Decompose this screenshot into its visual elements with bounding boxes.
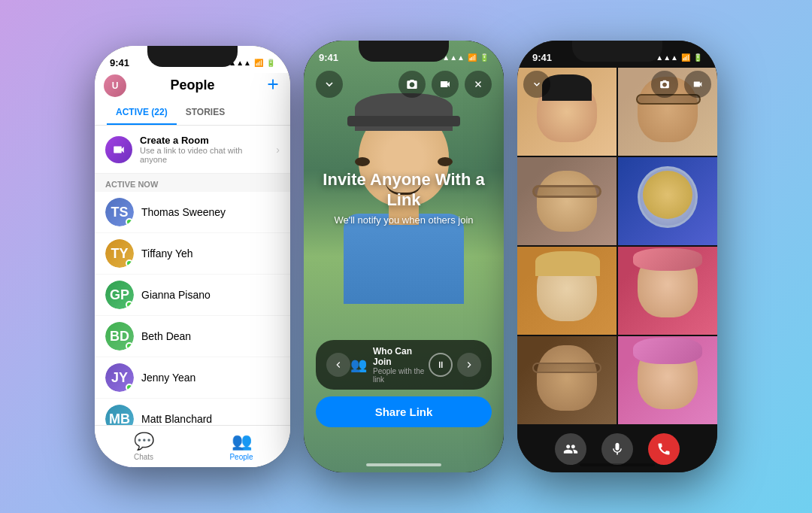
participants-button[interactable]: [555, 433, 586, 465]
video-cell-3: [517, 157, 617, 245]
home-indicator-3: [580, 463, 655, 466]
wifi-icon-3: 📶: [681, 53, 690, 62]
phone-people: 9:41 ▲▲▲ 📶 🔋 U People: [95, 46, 290, 467]
people-icon: 👥: [232, 432, 252, 451]
phone3-top-controls: [523, 71, 711, 98]
who-can-join-bar: 👥 Who Can Join People with the link ⏸: [316, 340, 492, 390]
create-room-icon: [105, 136, 132, 163]
wifi-icon: 📶: [254, 59, 263, 67]
avatar: BD: [105, 322, 134, 351]
chats-label: Chats: [134, 453, 153, 461]
active-now-label: ACTIVE NOW: [95, 174, 290, 192]
chevron-down-button[interactable]: [316, 71, 343, 98]
notch-3: [572, 41, 662, 62]
avatar: TY: [105, 239, 134, 268]
contact-name: Beth Dean: [141, 330, 191, 342]
notch-2: [359, 41, 449, 62]
user-avatar[interactable]: U: [104, 74, 126, 97]
status-icons-2: ▲▲▲ 📶 🔋: [442, 53, 489, 62]
who-can-join-text: Who Can Join People with the link: [373, 346, 429, 384]
video-cell-8: [618, 336, 717, 424]
chevron-down-button-3[interactable]: [523, 71, 550, 98]
share-link-button[interactable]: Share Link: [316, 396, 492, 427]
list-item[interactable]: GP Gianna Pisano: [95, 275, 290, 316]
bottom-navigation: 💬 Chats 👥 People: [95, 425, 290, 467]
page-title: People: [170, 77, 214, 93]
time-1: 9:41: [110, 57, 129, 68]
next-button[interactable]: [457, 353, 481, 377]
nav-item-people[interactable]: 👥 People: [192, 426, 290, 467]
who-can-join-subtitle: People with the link: [373, 367, 429, 384]
tabs-row: ACTIVE (22) STORIES: [95, 101, 290, 126]
video-camera-button[interactable]: [432, 71, 459, 98]
phone3-right-controls: [651, 71, 711, 98]
time-3: 9:41: [532, 52, 552, 63]
phone-group-video: 9:41 ▲▲▲ 📶 🔋: [517, 41, 717, 472]
who-can-join-title: Who Can Join: [373, 346, 429, 367]
video-cell-7: [517, 336, 617, 424]
prev-button[interactable]: [326, 353, 350, 377]
create-room-row[interactable]: Create a Room Use a link to video chat w…: [95, 126, 290, 174]
create-room-text: Create a Room Use a link to video chat w…: [140, 135, 268, 164]
close-button[interactable]: [465, 71, 492, 98]
contact-name: Tiffany Yeh: [141, 247, 193, 260]
group-icon: 👥: [350, 357, 367, 373]
people-header: U People: [95, 73, 290, 101]
chevron-right-icon: ›: [276, 144, 280, 156]
compose-icon[interactable]: [265, 76, 281, 96]
avatar: GP: [105, 281, 134, 309]
tab-active[interactable]: ACTIVE (22): [107, 101, 177, 125]
top-right-controls: [398, 71, 492, 98]
wifi-icon-2: 📶: [468, 53, 477, 62]
contact-name: Jenny Yean: [141, 372, 195, 384]
pause-button[interactable]: ⏸: [429, 353, 453, 377]
video-button-3[interactable]: [684, 71, 711, 98]
avatar: TS: [105, 198, 134, 226]
camera-button-3[interactable]: [651, 71, 678, 98]
battery-icon: 🔋: [266, 59, 275, 67]
create-room-title: Create a Room: [140, 135, 268, 146]
list-item[interactable]: JY Jenny Yean: [95, 357, 290, 399]
invite-overlay: Invite Anyone With a Link We'll notify y…: [321, 170, 486, 226]
status-icons-1: ▲▲▲ 📶 🔋: [229, 59, 275, 67]
video-cell-4: [618, 157, 717, 245]
camera-flip-button[interactable]: [398, 71, 426, 98]
create-room-subtitle: Use a link to video chat with anyone: [140, 146, 268, 164]
battery-icon-3: 🔋: [693, 53, 702, 62]
video-grid: [517, 68, 717, 424]
battery-icon-2: 🔋: [480, 53, 489, 62]
phone-video-invite: 9:41 ▲▲▲ 📶 🔋: [304, 41, 504, 472]
video-cell-5: [517, 247, 617, 335]
end-call-button[interactable]: [648, 433, 680, 465]
notch: [147, 46, 238, 67]
group-call-controls: [517, 433, 717, 465]
list-item[interactable]: BD Beth Dean: [95, 316, 290, 357]
list-item[interactable]: TY Tiffany Yeh: [95, 233, 290, 275]
online-indicator: [126, 301, 133, 308]
home-indicator-2: [366, 463, 441, 466]
nav-item-chats[interactable]: 💬 Chats: [95, 426, 192, 467]
contact-name: Thomas Sweeney: [141, 206, 226, 218]
people-label: People: [229, 453, 253, 461]
avatar: JY: [105, 363, 134, 392]
list-item[interactable]: TS Thomas Sweeney: [95, 192, 290, 233]
video-top-controls: [304, 71, 504, 98]
chats-icon: 💬: [134, 432, 154, 451]
online-indicator: [126, 384, 133, 391]
video-cell-6: [618, 247, 717, 335]
online-indicator: [126, 342, 133, 350]
contact-name: Gianna Pisano: [141, 289, 211, 301]
contact-name: Matt Blanchard: [141, 413, 212, 425]
invite-subtitle: We'll notify you when others join: [321, 214, 486, 226]
time-2: 9:41: [319, 52, 338, 63]
tab-stories[interactable]: STORIES: [177, 101, 234, 125]
online-indicator: [126, 218, 133, 226]
invite-title: Invite Anyone With a Link: [321, 170, 486, 210]
online-indicator: [126, 260, 133, 267]
microphone-button[interactable]: [601, 433, 633, 465]
status-icons-3: ▲▲▲ 📶 🔋: [656, 53, 702, 62]
